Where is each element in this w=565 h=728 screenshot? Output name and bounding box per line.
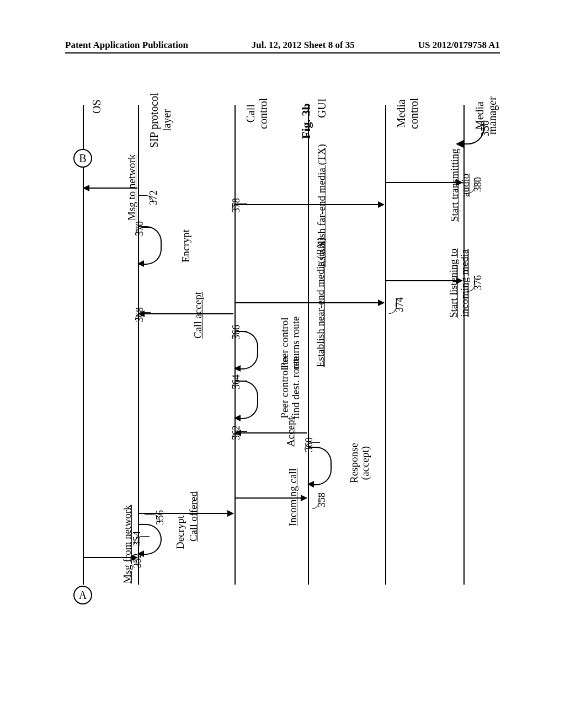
arrow-near-end-rx — [235, 302, 384, 303]
label-accept: Accept — [285, 417, 297, 447]
label-response-accept: Response (accept) — [349, 443, 371, 483]
loop-response-accept — [308, 447, 332, 485]
figure-label: Fig. 3b — [299, 103, 313, 139]
label-start-listen: Start listening to incoming media — [448, 248, 470, 318]
header-right: US 2012/0179758 A1 — [418, 40, 500, 51]
page-header: Patent Application Publication Jul. 12, … — [65, 40, 500, 51]
header-rule — [65, 52, 500, 53]
lifeline-os — [83, 105, 84, 585]
lifeline-gui — [308, 105, 309, 585]
label-call-offered: Call offered — [188, 491, 200, 542]
label-encrypt: Encrypt — [180, 229, 192, 263]
lifeline-sip-label: SIP protocol layer — [148, 93, 173, 148]
arrow-far-end-tx — [235, 204, 384, 205]
label-incoming-call: Incoming call — [287, 468, 299, 526]
label-peer-returns: Peer control returns route — [279, 316, 301, 370]
lifeline-media-control — [385, 105, 386, 585]
label-far-end-tx: Establish far-end media (TX) — [316, 144, 328, 267]
arrow-call-accept — [138, 313, 233, 314]
lifeline-media-control-label: Media control — [395, 98, 420, 129]
header-left: Patent Application Publication — [65, 40, 188, 51]
circle-a: A — [73, 586, 92, 604]
label-msg-to-network: Msg to network — [126, 154, 138, 221]
circle-b: B — [73, 149, 92, 168]
lifeline-gui-label: GUI — [316, 98, 328, 118]
label-call-accept: Call accept — [192, 292, 204, 339]
lifeline-os-label: OS — [90, 99, 103, 114]
header-center: Jul. 12, 2012 Sheet 8 of 35 — [252, 40, 355, 51]
label-decrypt: Decrypt — [174, 516, 186, 549]
lifeline-media-manager-label: Media manager — [473, 97, 499, 135]
lifeline-call-label: Call control — [244, 98, 270, 129]
sequence-diagram: 350 OS SIP protocol layer Call control G… — [66, 105, 491, 634]
